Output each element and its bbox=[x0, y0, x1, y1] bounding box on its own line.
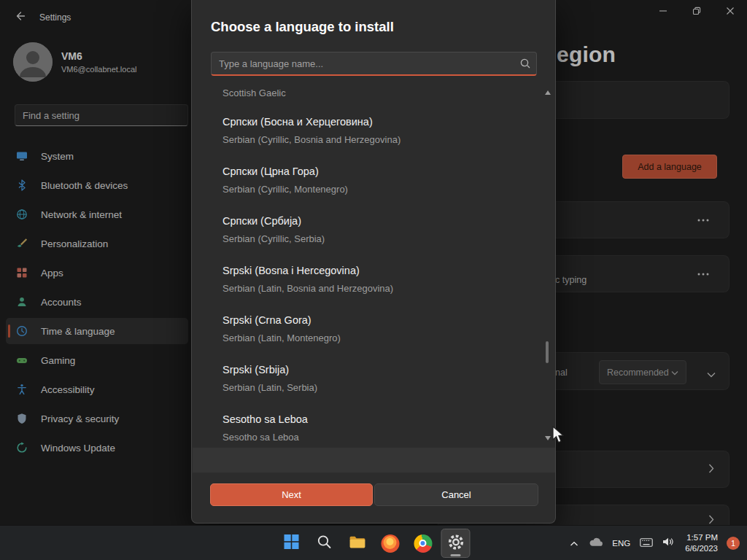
speaker-icon bbox=[662, 537, 675, 550]
taskbar-center bbox=[277, 529, 471, 558]
language-primary: Српски (Црна Гора) bbox=[222, 166, 525, 177]
search-icon bbox=[519, 58, 531, 72]
scrollbar[interactable] bbox=[543, 89, 551, 446]
firefox-icon bbox=[381, 534, 399, 553]
language-primary: Srpski (Crna Gora) bbox=[222, 314, 525, 326]
start-button[interactable] bbox=[277, 529, 306, 558]
screen: Settings VM6 VM6@collab bbox=[0, 0, 747, 560]
dialog-footer-strip bbox=[193, 448, 555, 472]
language-primary: Sesotho sa Leboa bbox=[222, 413, 525, 425]
cloud-icon bbox=[589, 537, 603, 550]
onedrive-tray-button[interactable] bbox=[587, 531, 605, 556]
list-item[interactable]: Srpski (Crna Gora) Serbian (Latin, Monte… bbox=[211, 303, 537, 352]
file-explorer-button[interactable] bbox=[343, 529, 372, 558]
tray-overflow-button[interactable] bbox=[565, 531, 584, 556]
chevron-up-icon bbox=[570, 537, 578, 550]
firefox-button[interactable] bbox=[376, 529, 405, 558]
dialog-title: Choose a language to install bbox=[211, 19, 394, 35]
list-item[interactable]: Српски (Србија) Serbian (Cyrillic, Serbi… bbox=[211, 203, 537, 253]
list-item[interactable]: Srpski (Bosna i Hercegovina) Serbian (La… bbox=[211, 253, 537, 303]
windows-logo-icon bbox=[283, 533, 301, 553]
gear-icon bbox=[446, 533, 465, 554]
settings-app-button[interactable] bbox=[441, 529, 471, 558]
chrome-icon bbox=[414, 534, 432, 553]
language-secondary: Serbian (Cyrillic, Montenegro) bbox=[222, 184, 525, 195]
folder-icon bbox=[348, 533, 366, 554]
mouse-cursor bbox=[552, 426, 565, 448]
touch-keyboard-button[interactable] bbox=[637, 531, 656, 556]
list-item[interactable]: Српски (Црна Гора) Serbian (Cyrillic, Mo… bbox=[211, 154, 537, 203]
system-tray: ENG 1:57 PM 6/6/2023 1 bbox=[565, 526, 743, 560]
language-secondary: Serbian (Cyrillic, Serbia) bbox=[222, 233, 525, 244]
language-primary: Српски (Босна и Херцеговина) bbox=[222, 116, 525, 128]
choose-language-dialog: Choose a language to install Scottish Ga… bbox=[191, 0, 556, 524]
volume-button[interactable] bbox=[659, 531, 678, 556]
tray-date: 6/6/2023 bbox=[685, 543, 718, 554]
next-button[interactable]: Next bbox=[210, 483, 373, 506]
language-secondary: Sesotho sa Leboa bbox=[222, 432, 525, 443]
taskbar-search-button[interactable] bbox=[310, 529, 339, 558]
list-item[interactable]: Српски (Босна и Херцеговина) Serbian (Cy… bbox=[211, 104, 537, 154]
scroll-down-icon[interactable] bbox=[545, 436, 551, 440]
language-secondary: Serbian (Latin, Bosnia and Herzegovina) bbox=[222, 283, 525, 294]
taskbar: ENG 1:57 PM 6/6/2023 1 bbox=[0, 525, 747, 560]
search-icon bbox=[317, 534, 333, 553]
list-item[interactable]: Srpski (Srbija) Serbian (Latin, Serbia) bbox=[211, 352, 537, 402]
input-language-indicator[interactable]: ENG bbox=[608, 531, 634, 556]
active-app-indicator bbox=[451, 554, 461, 556]
language-secondary: Serbian (Cyrillic, Bosnia and Herzegovin… bbox=[222, 134, 525, 145]
cancel-button[interactable]: Cancel bbox=[374, 483, 538, 506]
language-secondary: Serbian (Latin, Serbia) bbox=[222, 382, 525, 393]
tray-time: 1:57 PM bbox=[685, 532, 718, 543]
language-search bbox=[211, 52, 537, 76]
language-primary: Srpski (Bosna i Hercegovina) bbox=[222, 265, 525, 276]
language-list: Scottish Gaelic Српски (Босна и Херцегов… bbox=[211, 85, 537, 446]
language-secondary: Scottish Gaelic bbox=[222, 88, 525, 98]
scroll-up-icon[interactable] bbox=[545, 90, 551, 95]
chrome-button[interactable] bbox=[409, 529, 438, 558]
list-item[interactable]: Scottish Gaelic bbox=[211, 85, 537, 104]
keyboard-icon bbox=[640, 537, 653, 550]
language-search-input[interactable] bbox=[211, 52, 537, 76]
clock-date[interactable]: 1:57 PM 6/6/2023 bbox=[681, 532, 722, 554]
list-item[interactable]: Sesotho sa Leboa Sesotho sa Leboa bbox=[211, 402, 537, 446]
language-secondary: Serbian (Latin, Montenegro) bbox=[222, 332, 525, 343]
language-primary: Srpski (Srbija) bbox=[222, 364, 525, 376]
notification-badge[interactable]: 1 bbox=[727, 537, 740, 550]
scrollbar-thumb[interactable] bbox=[546, 341, 549, 363]
language-primary: Српски (Србија) bbox=[222, 215, 525, 227]
